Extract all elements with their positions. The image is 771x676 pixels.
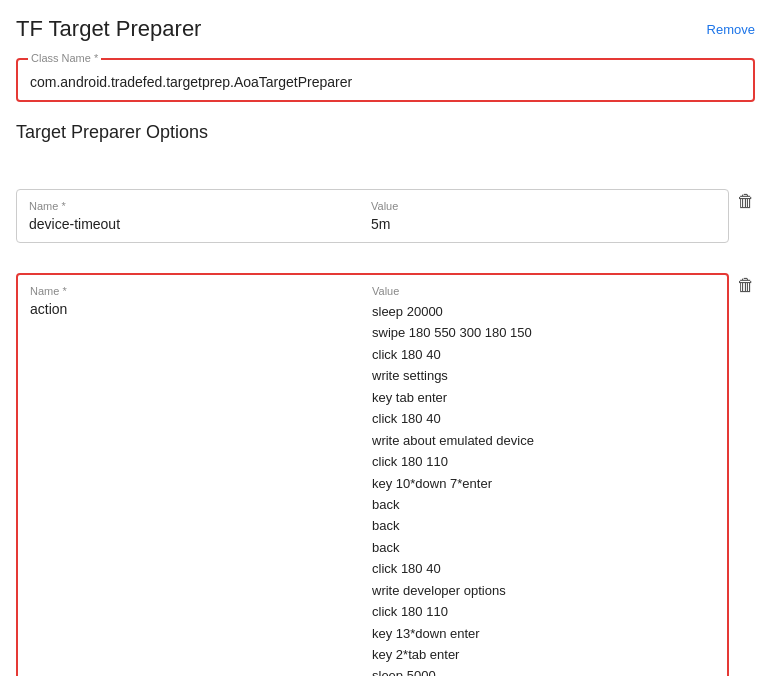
target-preparer-options: Target Preparer Options Name * device-ti… xyxy=(16,122,755,676)
option-row-1: Name * device-timeout Value 5m 🗑 xyxy=(16,171,755,243)
row1-name-label: Name * xyxy=(29,200,359,212)
page-title: TF Target Preparer xyxy=(16,16,201,42)
row1-value-value: 5m xyxy=(371,216,716,232)
remove-link[interactable]: Remove xyxy=(707,22,755,37)
class-name-value: com.android.tradefed.targetprep.AoaTarge… xyxy=(30,74,741,90)
option-row-1-inner: Name * device-timeout Value 5m xyxy=(16,189,729,243)
section-title: Target Preparer Options xyxy=(16,122,755,143)
row2-value-col: Value sleep 20000 swipe 180 550 300 180 … xyxy=(372,285,715,676)
page-header: TF Target Preparer Remove xyxy=(16,16,755,42)
row1-name-value: device-timeout xyxy=(29,216,359,232)
row1-delete-button[interactable]: 🗑 xyxy=(737,191,755,212)
option-row-2-inner: Name * action Value sleep 20000 swipe 18… xyxy=(16,273,729,676)
row1-value-col: Value 5m xyxy=(371,200,716,232)
row2-name-value: action xyxy=(30,301,360,317)
row2-value-value: sleep 20000 swipe 180 550 300 180 150 cl… xyxy=(372,301,715,676)
class-name-label: Class Name * xyxy=(28,52,101,64)
row2-name-col: Name * action xyxy=(30,285,360,317)
row2-delete-button[interactable]: 🗑 xyxy=(737,275,755,296)
row2-name-label: Name * xyxy=(30,285,360,297)
option-row-2: Name * action Value sleep 20000 swipe 18… xyxy=(16,255,755,676)
class-name-section: Class Name * com.android.tradefed.target… xyxy=(16,58,755,102)
row1-value-label: Value xyxy=(371,200,716,212)
row2-value-label: Value xyxy=(372,285,715,297)
row1-name-col: Name * device-timeout xyxy=(29,200,359,232)
